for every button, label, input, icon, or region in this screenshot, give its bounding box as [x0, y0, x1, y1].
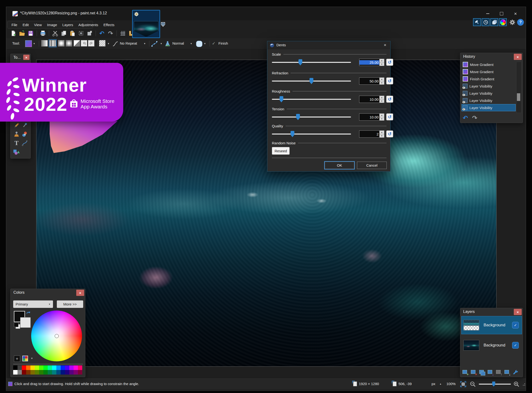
spline-caret[interactable]: ▼: [160, 42, 162, 45]
quality-value[interactable]: 2: [359, 132, 379, 136]
repeat-mode-value[interactable]: No Repeat: [120, 41, 137, 45]
palette-swatch[interactable]: [43, 370, 48, 375]
layer-row[interactable]: Background ✓: [461, 316, 522, 334]
menu-effects[interactable]: Effects: [101, 23, 117, 27]
eyedropper-tool-icon[interactable]: [21, 122, 28, 129]
history-item[interactable]: Move Gradient: [462, 61, 516, 68]
color-mode-dropdown[interactable]: Primary ▼: [13, 300, 53, 308]
scale-value[interactable]: 25.00: [359, 60, 379, 65]
finish-button[interactable]: Finish: [218, 41, 228, 45]
refraction-reset-button[interactable]: ↺: [386, 77, 393, 84]
palette-menu-caret[interactable]: ▼: [31, 357, 33, 360]
menu-edit[interactable]: Edit: [20, 23, 31, 27]
tools-panel-close-button[interactable]: ×: [23, 55, 29, 60]
unit-caret[interactable]: ▲: [439, 383, 442, 385]
reseed-button[interactable]: Reseed: [272, 147, 290, 155]
quality-value-box[interactable]: 2▲▼: [359, 130, 384, 138]
clone-stamp-tool-icon[interactable]: [13, 131, 20, 138]
layer-row[interactable]: Background ✓: [461, 336, 522, 354]
scale-value-box[interactable]: 25.00▲▼: [359, 59, 384, 66]
quality-slider[interactable]: [272, 134, 351, 135]
paste-icon[interactable]: [69, 30, 76, 37]
tool-dropdown-caret[interactable]: ▼: [33, 42, 35, 45]
palette-swatch[interactable]: [74, 365, 78, 370]
layer-properties-button[interactable]: [513, 370, 519, 376]
history-redo-icon[interactable]: ↷: [472, 114, 477, 122]
cancel-button[interactable]: Cancel: [357, 162, 387, 169]
palette-swatch[interactable]: [35, 365, 39, 370]
history-scrollbar[interactable]: [516, 62, 521, 113]
color-selector[interactable]: [55, 334, 59, 338]
palette-swatch[interactable]: [30, 370, 35, 375]
palette-swatch[interactable]: [69, 370, 74, 375]
swap-colors-icon[interactable]: [26, 311, 31, 315]
secondary-color-swatch[interactable]: [20, 317, 31, 328]
history-item[interactable]: Layer Visibility: [462, 82, 516, 90]
zoom-in-icon[interactable]: [513, 381, 520, 387]
cut-icon[interactable]: [52, 30, 58, 37]
interpolation-icon[interactable]: [112, 41, 118, 47]
refraction-value[interactable]: 50.00: [359, 79, 379, 83]
palette-swatch[interactable]: [52, 365, 56, 370]
quality-spinner[interactable]: ▲▼: [379, 131, 384, 137]
color-wheel[interactable]: [31, 311, 82, 361]
roughness-reset-button[interactable]: ↺: [386, 96, 393, 103]
history-panel-close-button[interactable]: ×: [514, 54, 522, 60]
unit-dropdown[interactable]: px: [432, 382, 435, 386]
palette-swatch[interactable]: [22, 365, 26, 370]
palette-swatch[interactable]: [78, 365, 82, 370]
copy-icon[interactable]: [60, 30, 67, 37]
shapes-tool-icon[interactable]: [13, 149, 20, 155]
close-button[interactable]: ×: [509, 9, 522, 18]
gradient-radial-button[interactable]: [66, 40, 72, 47]
palette-swatch[interactable]: [39, 370, 43, 375]
zoom-slider[interactable]: [479, 384, 511, 385]
redo-icon[interactable]: ↷: [107, 30, 114, 37]
save-icon[interactable]: [27, 30, 34, 37]
gradient-spiral-ccw-button[interactable]: [88, 40, 94, 47]
menu-layers[interactable]: Layers: [60, 23, 76, 27]
history-item[interactable]: Layer Visibility: [462, 97, 516, 104]
open-file-icon[interactable]: [19, 30, 25, 37]
gradient-diamond-button[interactable]: [58, 40, 64, 47]
palette-swatch[interactable]: [43, 365, 48, 370]
palette-swatch[interactable]: [26, 365, 30, 370]
history-item[interactable]: Move Gradient: [462, 68, 516, 75]
move-layer-down-button[interactable]: ↓: [504, 370, 510, 376]
antialias-icon[interactable]: [196, 41, 202, 47]
palette-swatch[interactable]: [56, 365, 61, 370]
palette-swatch[interactable]: [69, 365, 74, 370]
history-item[interactable]: Layer Visibility: [462, 104, 516, 111]
menu-image[interactable]: Image: [44, 23, 60, 27]
blend-mode-caret[interactable]: ▼: [190, 42, 192, 45]
refraction-slider[interactable]: [272, 81, 351, 82]
gradient-linear-button[interactable]: [41, 40, 48, 47]
layers-panel-close-button[interactable]: ×: [514, 309, 522, 315]
dialog-close-button[interactable]: ×: [382, 42, 388, 48]
palette-swatch[interactable]: [30, 365, 35, 370]
minimize-button[interactable]: [481, 9, 495, 18]
scale-slider[interactable]: [272, 62, 351, 63]
document-tab[interactable]: [132, 10, 160, 38]
palette-swatch[interactable]: [74, 370, 78, 375]
palette-swatch[interactable]: [35, 370, 39, 375]
ok-button[interactable]: OK: [325, 162, 354, 169]
merge-down-button[interactable]: ↓: [487, 370, 494, 376]
refraction-spinner[interactable]: ▲▼: [379, 78, 384, 84]
maximize-button[interactable]: [495, 9, 509, 18]
deselect-icon[interactable]: [86, 30, 93, 37]
gradient-spiral-cw-button[interactable]: [81, 40, 87, 47]
roughness-spinner[interactable]: ▲▼: [379, 96, 384, 103]
new-file-icon[interactable]: [10, 30, 17, 37]
settings-button[interactable]: [509, 18, 516, 26]
roughness-value-box[interactable]: 10.00▲▼: [359, 96, 384, 103]
history-scrollbar-thumb[interactable]: [517, 93, 520, 101]
pencil-tool-icon[interactable]: [13, 122, 20, 129]
transparency-mode-button[interactable]: [99, 40, 105, 47]
spline-icon[interactable]: [151, 41, 158, 47]
tension-slider[interactable]: [272, 117, 351, 117]
palette-menu-button[interactable]: [22, 356, 28, 361]
quality-slider-thumb[interactable]: [291, 131, 294, 137]
move-layer-up-button[interactable]: ↑: [496, 370, 502, 376]
palette-swatch[interactable]: [56, 370, 61, 375]
